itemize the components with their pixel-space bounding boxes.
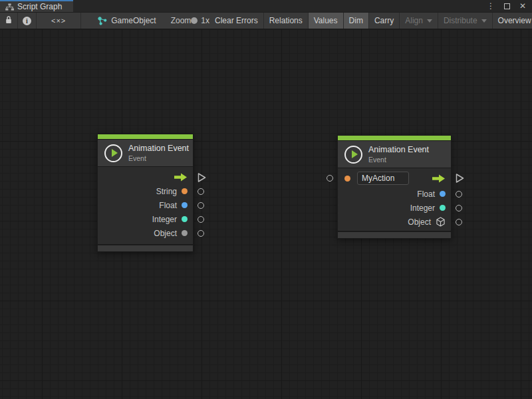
zoom-label: Zoom <box>171 16 192 25</box>
menu-dots-icon[interactable]: ⋮ <box>487 2 495 10</box>
node-animation-event-2[interactable]: Animation Event Event Float <box>337 135 452 239</box>
flow-output-row <box>98 170 193 184</box>
dim-button[interactable]: Dim <box>344 13 369 29</box>
object-output-port[interactable] <box>198 230 204 237</box>
output-row-string: String <box>98 184 193 198</box>
flow-output-port[interactable] <box>456 174 464 184</box>
lock-icon <box>5 15 13 26</box>
toolbar-button-group: Clear Errors Relations Values Dim Carry … <box>209 13 532 29</box>
tab-bar: Script Graph ⋮ ✕ <box>0 0 532 13</box>
tab-title: Script Graph <box>17 2 62 11</box>
node-color-bar <box>338 136 451 140</box>
event-play-icon <box>344 146 362 164</box>
gameobject-icon <box>98 17 107 25</box>
carry-button[interactable]: Carry <box>369 13 400 29</box>
node-body: Float Integer Object <box>338 168 451 231</box>
output-row-float: Float <box>338 187 451 201</box>
node-subtitle: Event <box>368 156 429 164</box>
output-row-integer: Integer <box>98 212 193 226</box>
script-graph-window: { "tab": { "title": "Script Graph" }, "w… <box>0 0 532 399</box>
event-name-row <box>338 170 451 187</box>
zoom-slider-handle[interactable] <box>191 17 198 24</box>
string-type-dot <box>182 188 188 194</box>
float-type-dot <box>440 191 446 197</box>
string-output-port[interactable] <box>198 188 204 195</box>
float-output-port[interactable] <box>198 202 204 209</box>
float-type-dot <box>182 202 188 208</box>
node-body: String Float Integer Object <box>98 167 193 244</box>
node-animation-event-1[interactable]: Animation Event Event String <box>97 134 194 252</box>
graph-hierarchy-icon <box>5 3 14 11</box>
object-cube-icon <box>436 217 446 227</box>
zoom-value: 1x <box>201 16 209 25</box>
integer-output-port[interactable] <box>198 216 204 223</box>
values-button[interactable]: Values <box>309 13 344 29</box>
node-header[interactable]: Animation Event Event <box>338 141 451 168</box>
name-input-port[interactable] <box>327 175 333 182</box>
flow-arrow-icon <box>174 173 188 182</box>
fit-graph-button[interactable]: <×> <box>37 13 81 29</box>
node-title: Animation Event <box>368 145 429 154</box>
chevron-down-icon <box>481 19 487 23</box>
integer-type-dot <box>440 205 446 211</box>
flow-output-port[interactable] <box>198 172 206 182</box>
info-icon: i <box>23 17 31 25</box>
graph-reference-label: GameObject <box>111 16 156 25</box>
window-controls: ⋮ ✕ <box>487 0 532 12</box>
graph-reference[interactable]: GameObject <box>98 13 156 29</box>
node-title: Animation Event <box>128 144 189 153</box>
close-icon[interactable]: ✕ <box>519 2 526 10</box>
relations-button[interactable]: Relations <box>264 13 309 29</box>
output-row-float: Float <box>98 198 193 212</box>
chevron-down-icon <box>427 19 432 23</box>
node-subtitle: Event <box>128 154 189 162</box>
output-row-integer: Integer <box>338 201 451 215</box>
flow-arrow-icon <box>432 174 446 183</box>
lock-button[interactable] <box>0 13 18 29</box>
float-output-port[interactable] <box>456 191 462 198</box>
align-dropdown[interactable]: Align <box>400 13 438 29</box>
tab-script-graph[interactable]: Script Graph <box>0 0 73 12</box>
object-output-port[interactable] <box>456 219 462 225</box>
object-type-dot <box>182 230 188 236</box>
fit-graph-icon: <×> <box>42 17 75 25</box>
event-play-icon <box>104 144 122 162</box>
distribute-dropdown[interactable]: Distribute <box>438 13 493 29</box>
graph-toolbar: i <×> GameObject Zoom 1x Clear Errors Re… <box>0 13 532 29</box>
node-color-bar <box>98 134 193 139</box>
integer-type-dot <box>182 216 188 222</box>
graph-canvas[interactable]: Animation Event Event String <box>0 29 532 399</box>
info-button[interactable]: i <box>18 13 37 29</box>
node-footer <box>98 245 193 251</box>
integer-output-port[interactable] <box>456 205 462 211</box>
overview-button[interactable]: Overview <box>493 13 532 29</box>
node-footer <box>338 232 451 238</box>
event-name-input[interactable] <box>357 172 409 185</box>
output-row-object: Object <box>98 226 193 240</box>
string-type-dot <box>344 176 350 182</box>
output-row-object: Object <box>338 215 451 229</box>
clear-errors-button[interactable]: Clear Errors <box>209 13 264 29</box>
maximize-icon[interactable] <box>504 3 510 9</box>
node-header[interactable]: Animation Event Event <box>98 140 193 166</box>
